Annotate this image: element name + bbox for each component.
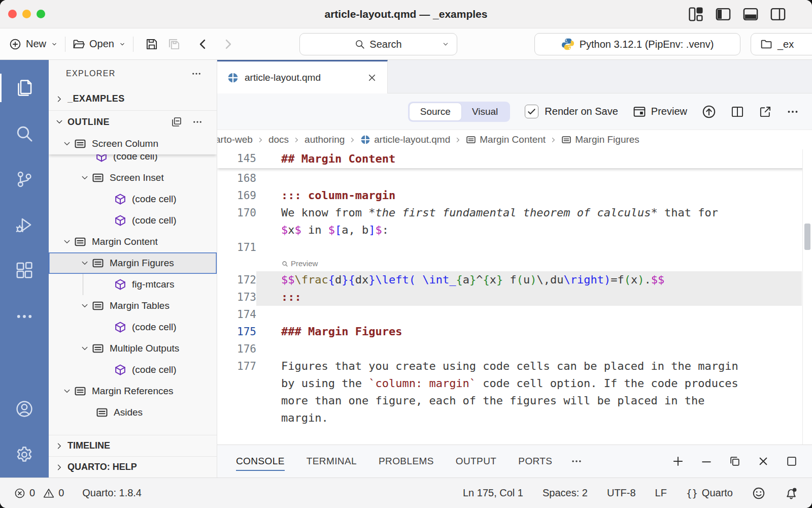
outline-item-code-cell[interactable]: (code cell)	[49, 188, 217, 210]
code-line-wrap[interactable]: margin.	[217, 409, 812, 427]
code-line-145[interactable]: 145## Margin Content	[217, 149, 812, 168]
code-line-172[interactable]: 172$$\frac{d}{dx}\left( \int_{a}^{x} f(u…	[217, 271, 812, 289]
outline-item-label: Screen Inset	[110, 172, 164, 183]
breadcrumb-item-article-layout-qmd[interactable]: article-layout.qmd	[360, 134, 450, 145]
activity-extensions[interactable]	[0, 248, 49, 294]
source-mode-button[interactable]: Source	[410, 103, 461, 120]
indentation-status[interactable]: Spaces: 2	[543, 487, 588, 499]
panel-tab-ports[interactable]: PORTS	[518, 445, 552, 478]
toggle-secondary-sidebar-icon[interactable]	[770, 7, 786, 22]
outline-item-margin-content[interactable]: Margin Content	[49, 231, 217, 252]
outline-item-screen-inset[interactable]: Screen Inset	[49, 167, 217, 188]
code-line-170[interactable]: 170We know from *the first fundamental t…	[217, 204, 812, 221]
open-external-icon[interactable]	[759, 105, 772, 118]
minimize-panel-icon[interactable]	[700, 455, 713, 467]
outline-more-actions-icon[interactable]	[192, 117, 202, 127]
new-button[interactable]: New	[9, 38, 58, 50]
quarto-version-status[interactable]: Quarto: 1.8.4	[82, 487, 142, 499]
code-line-175[interactable]: 175### Margin Figures	[217, 323, 812, 340]
section-quarto-help[interactable]: QUARTO: HELP	[49, 456, 217, 478]
outline-item-fig-mtcars[interactable]: fig-mtcars	[49, 274, 217, 295]
panel-tab-console[interactable]: CONSOLE	[236, 445, 285, 478]
save-all-icon[interactable]	[167, 38, 181, 51]
search-box[interactable]: Search	[299, 33, 457, 55]
toggle-panel-icon[interactable]	[743, 7, 758, 22]
eol-status[interactable]: LF	[655, 487, 667, 499]
activity-run-debug[interactable]	[0, 202, 49, 248]
new-terminal-icon[interactable]	[672, 455, 684, 467]
customize-layout-icon[interactable]	[688, 7, 703, 22]
navigate-forward-icon[interactable]	[221, 38, 234, 51]
breadcrumb-item-docs[interactable]: docs	[268, 134, 289, 145]
notifications-bell-icon[interactable]	[785, 487, 798, 500]
code-line-168[interactable]: 168	[217, 170, 812, 187]
editor-content[interactable]: 145## Margin Content168169::: column-mar…	[217, 149, 812, 444]
code-line-173[interactable]: 173:::	[217, 289, 812, 306]
code-line-177[interactable]: 177Figures that you create using code ce…	[217, 358, 812, 375]
code-line-wrap[interactable]: $x$ in $[a, b]$:	[217, 221, 812, 239]
panel-tab-output[interactable]: OUTPUT	[456, 445, 497, 478]
split-editor-icon[interactable]	[731, 105, 744, 118]
render-on-save-checkbox[interactable]: Render on Save	[525, 105, 618, 118]
outline-item-code-cell[interactable]: (code cell)	[49, 210, 217, 231]
preview-button[interactable]: Preview	[633, 105, 687, 118]
code-line-174[interactable]: 174	[217, 306, 812, 323]
activity-source-control[interactable]	[0, 156, 49, 202]
scrollbar[interactable]	[802, 149, 812, 444]
outline-tree: Screen Column(code cell)Screen Inset(cod…	[49, 133, 217, 435]
settings-button[interactable]	[0, 432, 49, 478]
section-examples[interactable]: _EXAMPLES	[49, 87, 217, 111]
toggle-primary-sidebar-icon[interactable]	[716, 7, 731, 22]
visual-mode-button[interactable]: Visual	[461, 103, 509, 120]
code-line-wrap[interactable]: more than one figure, each of the figure…	[217, 392, 812, 409]
cursor-position-status[interactable]: Ln 175, Col 1	[463, 487, 523, 499]
navigate-back-icon[interactable]	[196, 38, 210, 51]
language-mode-status[interactable]: {} Quarto	[686, 487, 733, 499]
feedback-smiley-icon[interactable]	[752, 487, 765, 500]
activity-search[interactable]	[0, 111, 49, 156]
outline-item-margin-references[interactable]: Margin References	[49, 380, 217, 402]
tab-article-layout[interactable]: article-layout.qmd	[217, 60, 388, 93]
save-icon[interactable]	[145, 38, 158, 51]
panel-more-tabs-icon[interactable]	[571, 456, 582, 467]
panel-tab-problems[interactable]: PROBLEMS	[379, 445, 434, 478]
breadcrumb-item-margin-figures[interactable]: Margin Figures	[561, 134, 639, 145]
close-tab-icon[interactable]	[367, 73, 377, 83]
code-line-176[interactable]: 176	[217, 340, 812, 358]
outline-item-margin-tables[interactable]: Margin Tables	[49, 295, 217, 316]
outline-item-multiple-outputs[interactable]: Multiple Outputs	[49, 338, 217, 359]
open-button[interactable]: Open	[73, 38, 126, 50]
section-symbol-icon	[92, 300, 104, 312]
collapse-all-icon[interactable]	[171, 116, 182, 128]
code-line-169[interactable]: 169::: column-margin	[217, 187, 812, 204]
breadcrumb-item-arto-web[interactable]: arto-web	[217, 134, 253, 145]
explorer-more-actions-icon[interactable]	[191, 69, 201, 79]
code-line-171[interactable]: 171	[217, 239, 812, 256]
activity-explorer[interactable]	[0, 65, 49, 111]
encoding-status[interactable]: UTF-8	[607, 487, 636, 499]
editor-more-actions-icon[interactable]	[787, 106, 799, 118]
close-panel-icon[interactable]	[757, 455, 769, 467]
code-line-wrap[interactable]: by using the `column: margin` code cell …	[217, 375, 812, 392]
breadcrumb-item-margin-content[interactable]: Margin Content	[466, 134, 546, 145]
problems-status[interactable]: 0 0	[14, 487, 64, 499]
workspace-button[interactable]: _ex	[751, 33, 812, 55]
accounts-button[interactable]	[0, 386, 49, 432]
search-placeholder: Search	[369, 39, 401, 50]
restore-panel-icon[interactable]	[729, 455, 741, 467]
section-outline[interactable]: OUTLINE	[49, 111, 217, 133]
outline-item-code-cell[interactable]: (code cell)	[49, 359, 217, 380]
maximize-panel-icon[interactable]	[786, 455, 798, 467]
activity-more[interactable]	[0, 294, 49, 339]
scrollbar-thumb[interactable]	[804, 224, 810, 250]
python-interpreter-button[interactable]: Python 3.12.1 (PipEnv: .venv)	[534, 33, 740, 55]
panel-tab-terminal[interactable]: TERMINAL	[307, 445, 357, 478]
codelens-preview[interactable]: Preview	[217, 256, 812, 271]
section-timeline[interactable]: TIMELINE	[49, 435, 217, 456]
outline-item-code-cell[interactable]: (code cell)	[49, 316, 217, 338]
breadcrumb-item-authoring[interactable]: authoring	[304, 134, 345, 145]
outline-item-screen-column[interactable]: Screen Column	[49, 133, 217, 154]
outline-item-asides[interactable]: Asides	[49, 402, 217, 423]
render-document-icon[interactable]	[702, 105, 716, 119]
outline-item-margin-figures[interactable]: Margin Figures	[49, 252, 217, 274]
